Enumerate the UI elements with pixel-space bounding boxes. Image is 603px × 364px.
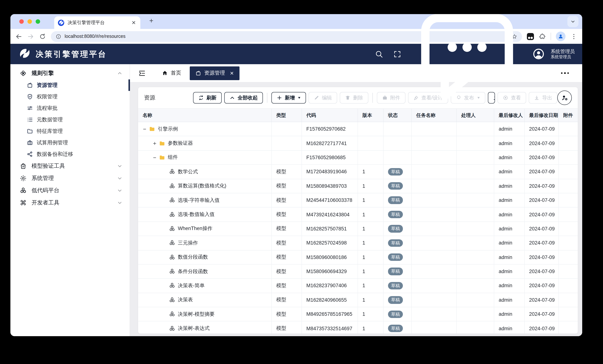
sidebar-group-1[interactable]: 模型验证工具 <box>10 160 130 172</box>
tab-home[interactable]: 首页 <box>156 66 187 80</box>
resource-name: 决策树-模型摘要 <box>178 311 215 318</box>
close-window-button[interactable] <box>19 19 24 24</box>
table-row-14[interactable]: 决策树-表达式模型M8473573325146971草稿admin2024-07… <box>138 321 578 334</box>
sidebar-group-4[interactable]: ⌘开发者工具 <box>10 197 130 209</box>
column-header-1: 类型 <box>272 109 302 122</box>
table-row-7[interactable]: WhenThen操作模型M16282575078511草稿admin2024-0… <box>138 222 578 236</box>
table-row-8[interactable]: 三元操作模型M16282570245981草稿admin2024-07-09 <box>138 236 578 250</box>
expand-node-icon[interactable]: ＋ <box>152 140 157 147</box>
collapse-node-icon[interactable]: − <box>142 126 147 132</box>
sidebar-item-1[interactable]: 权限管理 <box>10 91 130 102</box>
zoom-window-button[interactable] <box>36 19 40 24</box>
collapse-sidebar-icon[interactable] <box>138 69 146 77</box>
new-tab-button[interactable]: + <box>149 17 153 25</box>
resource-name: 选项-字符串输入值 <box>178 197 220 204</box>
table-row-10[interactable]: 条件分段函数模型M15809606943291草稿admin2024-07-09 <box>138 264 578 279</box>
table-cell: 选项-数值输入值 <box>138 208 272 222</box>
table-cell: 2024-07-09 <box>525 236 559 250</box>
table-row-5[interactable]: 选项-字符串输入值模型M2454471060033781草稿admin2024-… <box>138 193 578 208</box>
table-cell: 草稿 <box>383 250 412 264</box>
reload-icon[interactable] <box>39 33 46 40</box>
sidebar-item-6[interactable]: 数据备份和迁移 <box>10 148 130 160</box>
table-row-11[interactable]: 决策表-简单模型M16282379074061草稿admin2024-07-09 <box>138 279 578 293</box>
cell-modified_by: admin <box>499 197 512 203</box>
table-row-1[interactable]: ＋参数验证器M1628272717741admin2024-07-09 <box>138 136 578 151</box>
attachment-icon <box>382 95 388 101</box>
toolbar-button-1[interactable]: 全部收起 <box>224 92 263 103</box>
table-cell <box>457 250 494 264</box>
column-header-6: 处理人 <box>457 109 494 122</box>
table-cell: WhenThen操作 <box>138 222 272 236</box>
sidebar-item-2[interactable]: 流程审批 <box>10 102 130 114</box>
sidebar-item-0[interactable]: 资源管理 <box>10 80 130 91</box>
cell-code: M1580894389703 <box>306 183 347 189</box>
user-avatar[interactable] <box>533 48 544 60</box>
column-header-8: 最后修改日期 <box>525 109 559 122</box>
table-cell: admin <box>494 279 525 293</box>
tab-close-icon[interactable]: ✕ <box>131 20 137 26</box>
collapse-node-icon[interactable]: − <box>152 154 157 161</box>
gear-icon <box>20 175 27 182</box>
cell-modified_date: 2024-07-09 <box>529 197 555 203</box>
table-cell: 1 <box>358 293 383 307</box>
sidebar-group-3[interactable]: 低代码平台 <box>10 184 130 197</box>
table-row-4[interactable]: 算数运算(数值格式化)模型M15808943897031草稿admin2024-… <box>138 179 578 193</box>
table-cell: M1628272717741 <box>302 136 358 150</box>
table-cell <box>457 279 494 293</box>
table-row-13[interactable]: 决策树-模型摘要模型M8492657851679651草稿admin2024-0… <box>138 307 578 321</box>
table-cell: 决策树-模型摘要 <box>138 307 272 321</box>
model-cube-icon <box>169 268 175 274</box>
user-info[interactable]: 系统管理员 系统管理员 <box>551 48 575 59</box>
search-icon[interactable] <box>375 50 383 58</box>
forward-icon[interactable] <box>27 33 34 40</box>
folder-icon <box>159 140 165 146</box>
browser-window: 决策引擎管理平台 ✕ + localhost:8080/#/re/resourc… <box>10 14 582 336</box>
back-icon[interactable] <box>15 33 22 40</box>
table-row-0[interactable]: −引擎示例F1576052970682admin2024-07-09 <box>138 122 578 136</box>
column-header-2: 代码 <box>302 109 358 122</box>
sidebar-item-5[interactable]: 试算用例管理 <box>10 137 130 148</box>
chevron-down-icon <box>117 164 122 169</box>
model-cube-icon <box>169 311 175 318</box>
extension-icon[interactable] <box>527 33 534 40</box>
table-row-3[interactable]: 数学公式模型M17204839190461草稿admin2024-07-09 <box>138 165 578 179</box>
model-cube-icon <box>169 169 175 175</box>
sidebar-item-3[interactable]: 123元数据管理 <box>10 114 130 125</box>
table-cell: 2024-07-09 <box>525 264 559 278</box>
table-cell: M847357332514697 <box>302 321 358 334</box>
table-cell: 1 <box>358 222 383 236</box>
table-cell: admin <box>494 179 525 193</box>
sidebar-group-2[interactable]: 系统管理 <box>10 172 130 184</box>
cell-version: 1 <box>362 183 365 189</box>
minimize-window-button[interactable] <box>27 19 32 24</box>
sidebar-group-0[interactable]: 规则引擎 <box>10 67 130 80</box>
table-cell: admin <box>494 293 525 307</box>
fullscreen-icon[interactable] <box>393 50 401 58</box>
site-info-icon[interactable] <box>56 34 61 39</box>
tab-search-button[interactable] <box>567 16 579 27</box>
table-cell <box>412 151 457 165</box>
table-row-12[interactable]: 决策表模型M16282409606551草稿admin2024-07-09 <box>138 293 578 307</box>
messages-button[interactable]: 120 <box>411 14 523 110</box>
resource-tab-icon <box>195 70 201 76</box>
more-tabs-ellipsis-icon[interactable] <box>561 72 574 74</box>
table-cell: 草稿 <box>383 279 412 293</box>
table-row-6[interactable]: 选项-数值输入值模型M473924162438041草稿admin2024-07… <box>138 208 578 222</box>
user-name: 系统管理员 <box>551 48 575 55</box>
table-cell: F1576052980685 <box>302 151 358 165</box>
browser-tab[interactable]: 决策引擎管理平台 ✕ <box>54 16 140 29</box>
toolbar-button-0[interactable]: 刷新 <box>193 92 222 103</box>
table-row-9[interactable]: 数值分段函数模型M15809600801861草稿admin2024-07-09 <box>138 250 578 264</box>
user-settings-button[interactable] <box>557 91 572 105</box>
tab-resources-active[interactable]: 资源管理 ✕ <box>190 66 240 80</box>
chevron-up-icon <box>230 95 235 101</box>
favicon-icon <box>58 20 64 26</box>
table-cell: 模型 <box>272 193 302 207</box>
table-cell <box>457 122 494 136</box>
table-row-2[interactable]: −组件F1576052980685admin2024-07-09 <box>138 151 578 165</box>
toolbar-button-3[interactable]: 新增▼ <box>271 92 306 103</box>
tab-close-icon[interactable]: ✕ <box>230 70 234 76</box>
sidebar-item-4[interactable]: 特征库管理 <box>10 125 130 137</box>
table-cell <box>358 136 383 150</box>
table-cell <box>457 193 494 207</box>
